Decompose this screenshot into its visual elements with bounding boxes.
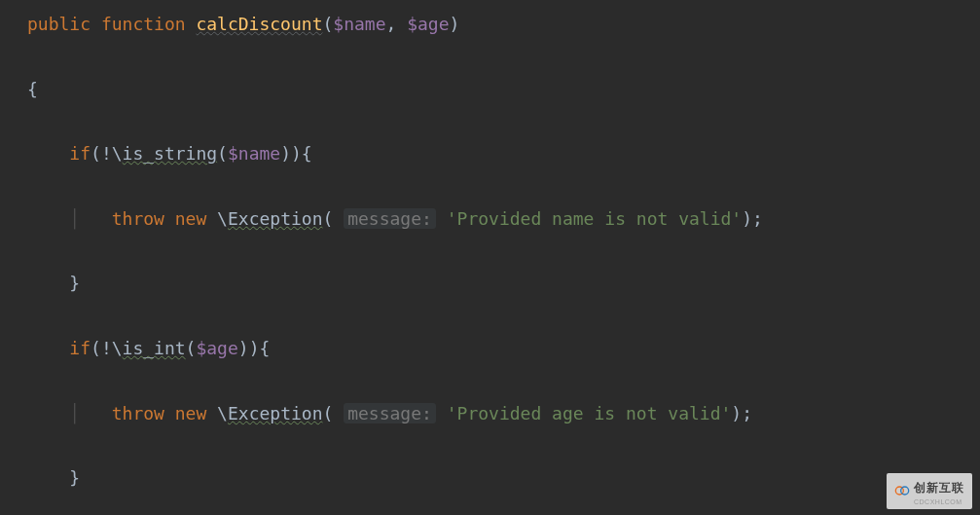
string-literal: 'Provided age is not valid': [447, 403, 732, 423]
keyword-if: if: [69, 143, 91, 164]
code-line: }: [27, 267, 980, 299]
code-line: if(!\is_int($age)){: [27, 332, 980, 364]
svg-point-1: [901, 487, 909, 495]
watermark-icon: [894, 483, 910, 498]
keyword-new: new: [175, 208, 207, 229]
code-line: public function calcDiscount($name, $age…: [27, 8, 980, 40]
param-age: $age: [407, 14, 449, 34]
param-hint: message:: [344, 208, 436, 229]
watermark-text: 创新互联: [914, 481, 964, 495]
watermark: 创新互联 CDCXHLCOM: [887, 473, 972, 509]
keyword-throw: throw: [112, 208, 164, 229]
keyword-public: public: [27, 14, 91, 34]
code-line: │ throw new \Exception( message: 'Provid…: [27, 202, 980, 235]
code-line: }: [27, 461, 980, 494]
code-line: {: [27, 73, 980, 105]
keyword-function: function: [101, 14, 186, 34]
watermark-subtext: CDCXHLCOM: [914, 498, 964, 505]
code-line: │ throw new \Exception( message: 'Provid…: [27, 397, 980, 429]
function-name: calcDiscount: [196, 14, 322, 34]
class-exception: Exception: [228, 208, 323, 229]
fn-is-string: is_string: [123, 143, 218, 164]
code-editor: public function calcDiscount($name, $age…: [27, 8, 980, 515]
string-literal: 'Provided name is not valid': [447, 208, 742, 229]
fn-is-int: is_int: [123, 338, 186, 358]
code-line: if(!\is_string($name)){: [27, 137, 980, 169]
param-name: $name: [333, 14, 385, 34]
